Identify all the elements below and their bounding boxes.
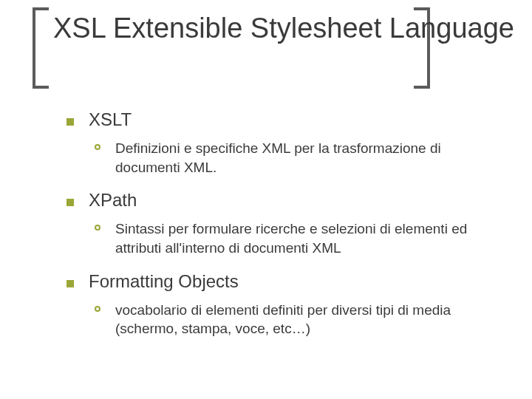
sublist-item: Definizioni e specifiche XML per la tras…	[95, 139, 502, 177]
list-item-label: XSLT	[89, 109, 132, 130]
sublist-item: vocabolario di elementi definiti per div…	[95, 301, 502, 338]
bullet-square-icon	[66, 199, 74, 206]
slide-content: XSLT Definizioni e specifiche XML per la…	[66, 109, 502, 352]
bullet-square-icon	[66, 280, 74, 287]
sublist-item-text: Sintassi per formulare ricerche e selezi…	[115, 219, 502, 257]
list-item-label: Formatting Objects	[89, 271, 239, 292]
list-item: Formatting Objects vocabolario di elemen…	[66, 271, 502, 338]
title-bracket-left	[33, 7, 49, 89]
bullet-square-icon	[66, 118, 74, 126]
bullet-circle-icon	[95, 306, 100, 312]
list-item: XSLT Definizioni e specifiche XML per la…	[66, 109, 502, 177]
slide-title: XSL Extensible Stylesheet Language	[53, 10, 514, 47]
sublist-item: Sintassi per formulare ricerche e selezi…	[95, 219, 502, 257]
bullet-circle-icon	[95, 144, 100, 150]
list-item: XPath Sintassi per formulare ricerche e …	[66, 190, 502, 257]
bullet-circle-icon	[95, 225, 100, 231]
sublist-item-text: Definizioni e specifiche XML per la tras…	[115, 139, 502, 177]
sublist-item-text: vocabolario di elementi definiti per div…	[115, 301, 502, 338]
list-item-label: XPath	[89, 190, 137, 211]
